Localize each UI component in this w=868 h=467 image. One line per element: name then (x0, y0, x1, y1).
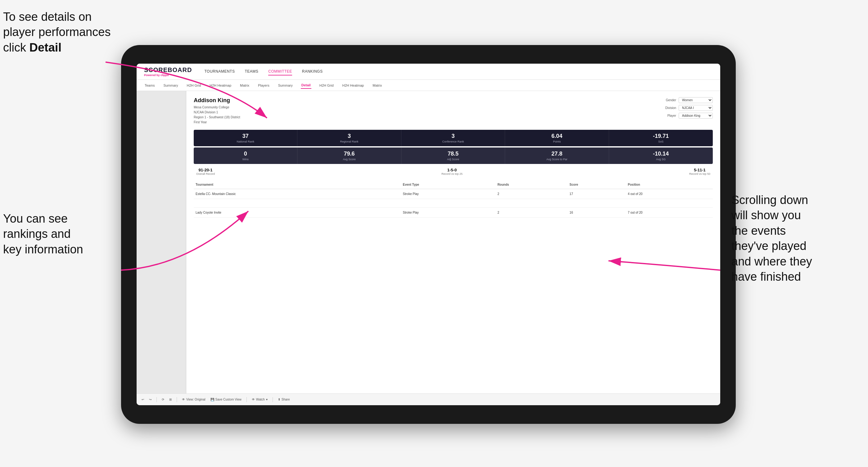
nav-tournaments[interactable]: TOURNAMENTS (204, 68, 235, 75)
gender-select[interactable]: Women (679, 97, 713, 103)
redo-button[interactable]: ↪ (149, 398, 152, 401)
stat-wins: 0 Wins (194, 148, 298, 164)
refresh-button[interactable]: ⟳ (162, 398, 164, 401)
score-1: 17 (568, 189, 626, 199)
stat-conference-rank: 3 Conference Rank (401, 130, 505, 146)
position-3: 7 out of 20 (626, 208, 713, 218)
logo-area: SCOREBOARD Powered by clippd (144, 66, 192, 77)
watch-icon: 👁 (252, 398, 255, 401)
record-overall: 91-20-1 Overall Record (196, 168, 215, 176)
player-region: Region 1 - Southwest (18) District (194, 116, 240, 119)
table-row: Estella CC- Mountain Classic Stroke Play… (194, 189, 713, 199)
stat-avg-score: 79.6 Avg Score (298, 148, 401, 164)
player-college: Mesa Community College (194, 105, 229, 109)
player-year: First Year (194, 121, 207, 124)
col-rounds: Rounds (495, 180, 567, 189)
col-tournament: Tournament (194, 180, 401, 189)
zoom-button[interactable]: ⊞ (169, 398, 172, 401)
subnav-players[interactable]: Players (257, 82, 270, 89)
nav-rankings[interactable]: RANKINGS (302, 68, 323, 75)
subnav-h2h-grid2[interactable]: H2H Grid (319, 82, 334, 89)
record-top25: 1-5-0 Record vs top 25 (441, 168, 463, 176)
view-original-button[interactable]: 👁 View: Original (182, 398, 206, 401)
save-custom-button[interactable]: 💾 Save Custom View (211, 398, 242, 401)
score-3: 16 (568, 208, 626, 218)
table-row: Lady Coyote Invite Stroke Play 2 16 7 ou… (194, 208, 713, 218)
stat-national-rank: 37 National Rank (194, 130, 298, 146)
subnav-h2h-heatmap[interactable]: H2H Heatmap (209, 82, 232, 89)
annotation-right: Scrolling down will show you the events … (732, 192, 862, 284)
player-info: Addison King Mesa Community College NJCA… (194, 97, 240, 125)
bottom-toolbar: ↩ ↪ ⟳ ⊞ 👁 View: Original 💾 Save Custom V… (136, 394, 720, 405)
stat-adj-score: 78.5 Adj Score (401, 148, 505, 164)
player-header: Addison King Mesa Community College NJCA… (194, 97, 713, 125)
left-panel (136, 91, 186, 394)
undo-button[interactable]: ↩ (142, 398, 144, 401)
player-controls: Gender Women Division NJCAA I (661, 97, 713, 119)
division-control: Division NJCAA I (661, 105, 713, 111)
subnav-detail[interactable]: Detail (301, 82, 311, 89)
division-label: Division (661, 106, 676, 110)
player-control: Player Addison King (661, 113, 713, 119)
logo-scoreboard: SCOREBOARD (144, 66, 192, 73)
rounds-1: 2 (495, 189, 567, 199)
share-button[interactable]: ⬆ Share (278, 398, 290, 401)
division-select[interactable]: NJCAA I (679, 105, 713, 111)
share-icon: ⬆ (278, 398, 280, 401)
subnav-teams[interactable]: Teams (144, 82, 155, 89)
toolbar-separator-4 (273, 397, 273, 402)
main-content: Addison King Mesa Community College NJCA… (136, 91, 720, 394)
record-top50: 5-11-1 Record vs top 50 (689, 168, 710, 176)
subnav-h2h-heatmap2[interactable]: H2H Heatmap (342, 82, 365, 89)
player-division: NJCAA Division 1 (194, 111, 218, 114)
subnav-h2h-grid[interactable]: H2H Grid (186, 82, 202, 89)
rounds-3: 2 (495, 208, 567, 218)
save-icon: 💾 (211, 398, 214, 401)
stats-row-1: 37 National Rank 3 Regional Rank 3 Confe… (194, 130, 713, 146)
tablet-device: SCOREBOARD Powered by clippd TOURNAMENTS… (121, 45, 736, 424)
top-nav-items: TOURNAMENTS TEAMS COMMITTEE RANKINGS (204, 68, 322, 75)
tablet-screen: SCOREBOARD Powered by clippd TOURNAMENTS… (136, 64, 720, 405)
col-position: Position (626, 180, 713, 189)
player-select[interactable]: Addison King (679, 113, 713, 119)
view-original-icon: 👁 (182, 398, 185, 401)
subnav-matrix2[interactable]: Matrix (372, 82, 382, 89)
player-label: Player (661, 114, 676, 117)
center-content: Addison King Mesa Community College NJCA… (186, 91, 720, 394)
stats-row-2: 0 Wins 79.6 Avg Score 78.5 Adj Score 27.… (194, 148, 713, 164)
logo-powered: Powered by clippd (144, 73, 192, 77)
top-navigation: SCOREBOARD Powered by clippd TOURNAMENTS… (136, 64, 720, 80)
player-name: Addison King (194, 97, 240, 104)
records-row: 91-20-1 Overall Record 1-5-0 Record vs t… (194, 168, 713, 176)
tournament-name-1: Estella CC- Mountain Classic (194, 189, 401, 199)
col-event-type: Event Type (401, 180, 496, 189)
event-type-1: Stroke Play (401, 189, 496, 199)
gender-control: Gender Women (661, 97, 713, 103)
stat-regional-rank: 3 Regional Rank (298, 130, 401, 146)
subnav-matrix[interactable]: Matrix (239, 82, 250, 89)
stat-avg-score-par: 27.8 Avg Score to Par (505, 148, 609, 164)
watch-button[interactable]: 👁 Watch ▾ (252, 398, 268, 401)
tournament-table: Tournament Event Type Rounds Score Posit… (194, 180, 713, 218)
col-score: Score (568, 180, 626, 189)
sub-navigation: Teams Summary H2H Grid H2H Heatmap Matri… (136, 80, 720, 91)
stat-avg-sg: -10.14 Avg SG (609, 148, 713, 164)
position-1: 4 out of 20 (626, 189, 713, 199)
annotation-bottomleft: You can see rankings and key information (3, 211, 124, 257)
nav-committee[interactable]: COMMITTEE (268, 68, 292, 75)
subnav-summary2[interactable]: Summary (278, 82, 293, 89)
subnav-summary[interactable]: Summary (163, 82, 179, 89)
toolbar-separator (156, 397, 157, 402)
stat-points: 6.04 Points (505, 130, 609, 146)
stat-sos: -19.71 SoS (609, 130, 713, 146)
event-type-3: Stroke Play (401, 208, 496, 218)
nav-teams[interactable]: TEAMS (245, 68, 258, 75)
toolbar-separator-2 (177, 397, 177, 402)
gender-label: Gender (661, 98, 676, 102)
table-row-empty (194, 199, 713, 208)
annotation-topleft: To see details on player performances cl… (3, 9, 121, 55)
tournament-name-3: Lady Coyote Invite (194, 208, 401, 218)
